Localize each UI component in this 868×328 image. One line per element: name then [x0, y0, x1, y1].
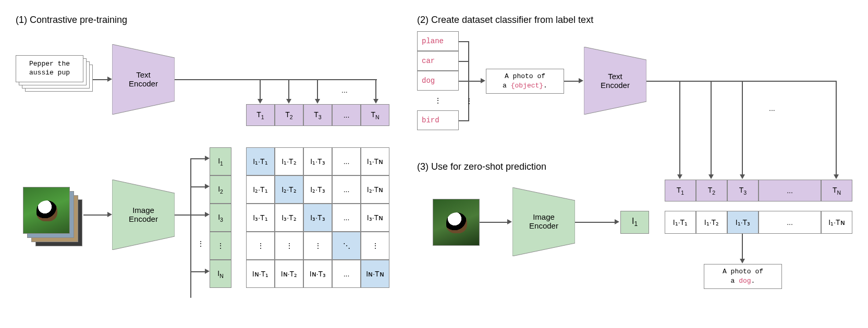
image-encoder: Image Encoder — [112, 180, 175, 250]
line-text-enc-horizontal — [175, 79, 377, 80]
m-5-2: Iɴ·T₂ — [275, 260, 303, 288]
brace-dots: ⋮ — [466, 97, 473, 105]
label-bird: bird — [417, 110, 459, 130]
in-cell: IN — [210, 260, 231, 288]
drop-t2 — [288, 79, 289, 100]
line-to-i1 — [190, 158, 206, 159]
m-2-5: I₂·Tɴ — [361, 175, 389, 204]
s2: I₁·T₂ — [696, 211, 727, 234]
head-prompt-enc — [579, 78, 583, 83]
image-encoder-label: Image Encoder — [112, 206, 175, 223]
line-img-enc-out — [175, 215, 190, 216]
drop-t3 — [317, 79, 318, 100]
prompt-box: A photo of a {object}. — [486, 69, 564, 94]
drop2-t2-h — [708, 174, 714, 179]
m-3-3: I₃·T₃ — [303, 204, 332, 232]
head-in — [205, 269, 210, 274]
drop-tn-head — [373, 99, 378, 104]
head-img2-enc — [507, 219, 512, 224]
l-to-prompt — [468, 81, 482, 82]
similarity-matrix: I₁·T₁ I₁·T₂ I₁·T₃ ... I₁·Tɴ I₂·T₁ I₂·T₂ … — [246, 147, 389, 288]
arrow-caption-to-text-encoder — [93, 79, 108, 80]
i1-cell: I1 — [210, 147, 231, 175]
text-embed-row-2: T1 T2 T3 ... TN — [665, 180, 852, 201]
drop-t1-head — [258, 99, 263, 104]
arrow-image-head — [107, 212, 112, 217]
text-embed-row: T1 T2 T3 ... TN — [246, 104, 389, 126]
drop2-tn-h — [834, 174, 839, 179]
drop-t3-head — [315, 99, 320, 104]
label-dots: ⋮ — [417, 91, 459, 110]
section-3-title: (3) Use for zero-shot prediction — [417, 161, 546, 172]
head-i2 — [205, 184, 210, 189]
input-image-2 — [433, 199, 480, 246]
score-row: I₁·T₁ I₁·T₂ I₁·T₃ ... I₁·Tɴ — [665, 211, 852, 234]
s4: ... — [759, 211, 821, 234]
m-4-4: ⋱ — [332, 232, 361, 260]
arrow-img2-enc — [480, 222, 508, 223]
line-enc2-h — [646, 81, 836, 82]
head-i3 — [205, 212, 210, 217]
head-i1 — [205, 156, 210, 161]
m-3-4: ... — [332, 204, 361, 232]
m-2-2: I₂·T₂ — [275, 175, 303, 204]
line-to-i3 — [190, 215, 206, 216]
m-4-5: ⋮ — [361, 232, 389, 260]
s3: I₁·T₃ — [727, 211, 759, 234]
t21: T1 — [665, 180, 696, 201]
caption-box: Pepper the aussie pup — [16, 55, 83, 82]
m-5-4: ... — [332, 260, 361, 288]
arrow-prompt-to-enc2 — [564, 81, 580, 82]
arrow-enc2-i1 — [575, 222, 616, 223]
i1-embed: I1 — [620, 211, 649, 234]
m-4-2: ⋮ — [275, 232, 303, 260]
drop-t1 — [260, 79, 261, 100]
result-line2: a dog. — [731, 276, 755, 286]
drop2-t3 — [742, 81, 743, 175]
prompt-line1: A photo of — [505, 72, 545, 81]
image-embed-col: I1 I2 I3 ⋮ IN — [210, 147, 231, 288]
section-2-title: (2) Create dataset classifier from label… — [417, 15, 593, 26]
m-4-3: ⋮ — [303, 232, 332, 260]
input-image — [23, 187, 70, 234]
t2d: ... — [759, 180, 821, 201]
t3-cell: T3 — [303, 104, 332, 126]
m-2-1: I₂·T₁ — [246, 175, 275, 204]
t-dots-cell: ... — [332, 104, 361, 126]
drop2-t2 — [711, 81, 712, 175]
result-box: A photo of a dog. — [704, 264, 782, 289]
text-encoder-label: Text Encoder — [112, 70, 175, 88]
m-5-3: Iɴ·T₃ — [303, 260, 332, 288]
idots-cell: ⋮ — [210, 232, 231, 260]
drop-t2-head — [286, 99, 291, 104]
section-1-title: (1) Contrastive pre-training — [16, 15, 127, 26]
t23: T3 — [727, 180, 759, 201]
l-plane-h — [459, 41, 468, 42]
m-1-2: I₁·T₂ — [275, 147, 303, 175]
drop2-t1 — [679, 81, 680, 175]
tn-cell: TN — [361, 104, 389, 126]
idots-label: ⋮ — [197, 239, 204, 248]
head-enc2-i1 — [615, 219, 619, 224]
prompt-line2: a {object}. — [503, 81, 547, 91]
label-car: car — [417, 51, 459, 71]
m-5-5: Iɴ·Tɴ — [361, 260, 389, 288]
line-img-vertical — [190, 158, 191, 298]
drop2-t3-h — [740, 174, 745, 179]
drop-dots: ... — [341, 86, 348, 94]
line-to-in — [190, 271, 206, 272]
image-encoder-2: Image Encoder — [512, 187, 575, 256]
line-to-i2 — [190, 186, 206, 187]
m-2-3: I₂·T₃ — [303, 175, 332, 204]
m-1-5: I₁·Tɴ — [361, 147, 389, 175]
l-bird-h — [459, 120, 468, 121]
l-car-h — [459, 61, 468, 62]
head-result — [740, 259, 745, 263]
m-3-5: I₃·Tɴ — [361, 204, 389, 232]
s1: I₁·T₁ — [665, 211, 696, 234]
i3-cell: I3 — [210, 204, 231, 232]
label-plane: plane — [417, 31, 459, 51]
label-list: plane car dog ⋮ bird — [417, 31, 459, 130]
m-1-1: I₁·T₁ — [246, 147, 275, 175]
m-2-4: ... — [332, 175, 361, 204]
